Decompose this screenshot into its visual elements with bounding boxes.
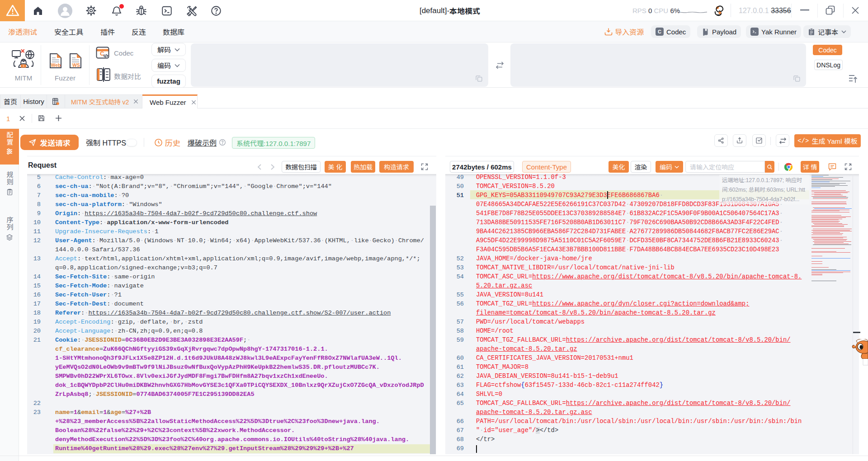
svg-text:Web: Web <box>51 62 61 68</box>
svg-text:WS: WS <box>72 62 80 68</box>
